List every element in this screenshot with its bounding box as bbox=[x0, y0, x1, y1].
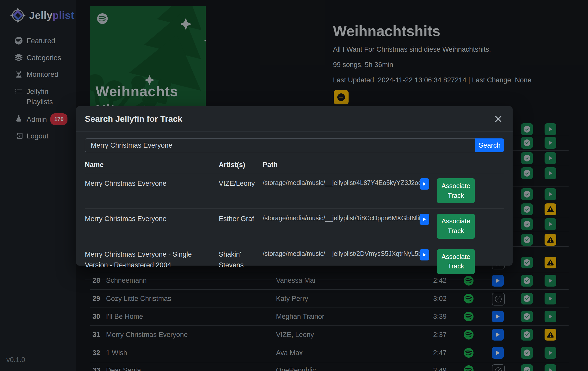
result-row: Merry Christmas Everyone Esther Graf /st… bbox=[85, 209, 504, 244]
result-actions: Associate Track bbox=[420, 214, 504, 238]
associate-track-button[interactable]: Associate Track bbox=[437, 249, 475, 274]
preview-play-button[interactable] bbox=[420, 214, 429, 225]
search-input-group: Search bbox=[85, 138, 504, 152]
close-button[interactable] bbox=[493, 113, 504, 125]
result-row: Merry Christmas Everyone VIZE/Leony /sto… bbox=[85, 173, 504, 209]
result-name: Merry Christmas Everyone bbox=[85, 214, 219, 224]
app-window: Jellyplist Featured Categories Monitored… bbox=[0, 0, 588, 371]
search-input[interactable] bbox=[85, 138, 475, 152]
result-artist: Esther Graf bbox=[219, 214, 263, 224]
modal-body: Search Name Artist(s) Path Merry Christm… bbox=[76, 132, 513, 279]
result-artist: Shakin' Stevens bbox=[219, 249, 263, 271]
column-header-artist: Artist(s) bbox=[219, 161, 263, 169]
result-actions: Associate Track bbox=[420, 178, 504, 203]
search-button[interactable]: Search bbox=[475, 138, 504, 152]
modal-title: Search Jellyfin for Track bbox=[85, 114, 182, 124]
preview-play-button[interactable] bbox=[420, 178, 429, 190]
result-artist: VIZE/Leony bbox=[219, 178, 263, 189]
column-header-path: Path bbox=[263, 161, 420, 169]
close-icon bbox=[494, 115, 502, 123]
result-path: /storage/media/music/__jellyplist/4L87Y4… bbox=[263, 178, 420, 187]
play-icon bbox=[422, 181, 427, 187]
search-jellyfin-modal: Search Jellyfin for Track Search Name Ar… bbox=[76, 106, 513, 266]
associate-track-button[interactable]: Associate Track bbox=[437, 178, 475, 203]
results-table: Name Artist(s) Path Merry Christmas Ever… bbox=[85, 161, 504, 279]
result-actions: Associate Track bbox=[420, 249, 504, 274]
result-path: /storage/media/music/__jellyplist/1i8CcD… bbox=[263, 214, 420, 222]
play-icon bbox=[422, 252, 427, 257]
associate-track-button[interactable]: Associate Track bbox=[437, 214, 475, 238]
result-path: /storage/media/music/__jellyplist/2DVmys… bbox=[263, 249, 420, 257]
results-table-header: Name Artist(s) Path bbox=[85, 161, 504, 173]
result-name: Merry Christmas Everyone bbox=[85, 178, 219, 189]
modal-header: Search Jellyfin for Track bbox=[76, 106, 513, 132]
result-row: Merry Christmas Everyone - Single Versio… bbox=[85, 244, 504, 279]
column-header-name: Name bbox=[85, 161, 219, 169]
play-icon bbox=[422, 217, 427, 222]
result-name: Merry Christmas Everyone - Single Versio… bbox=[85, 249, 219, 271]
preview-play-button[interactable] bbox=[420, 249, 429, 260]
